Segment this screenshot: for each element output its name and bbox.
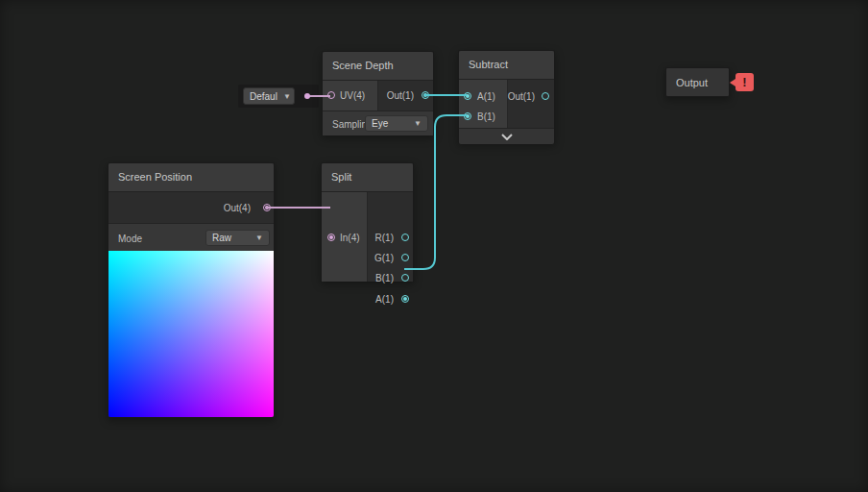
port-label-out: Out(4)	[224, 204, 251, 213]
port-out4[interactable]	[263, 204, 271, 211]
port-b1[interactable]	[464, 112, 471, 120]
uv-default-connector-dot	[304, 93, 310, 99]
mode-label: Mode	[118, 234, 142, 244]
screen-position-preview	[108, 251, 274, 417]
error-exclamation: !	[742, 75, 746, 89]
uv-default-dropdown[interactable]: Defaul ▼	[243, 87, 295, 105]
port-label-out: Out(1)	[387, 91, 414, 101]
port-out1[interactable]	[542, 92, 549, 100]
chevron-down-icon: ▼	[414, 119, 422, 128]
port-out1[interactable]	[422, 91, 429, 99]
node-title[interactable]: Subtract	[459, 51, 554, 80]
node-title[interactable]: Split	[322, 163, 413, 192]
port-uv4[interactable]	[327, 91, 335, 99]
port-label-b: B(1)	[477, 112, 495, 122]
port-r1[interactable]	[401, 234, 409, 241]
port-a1[interactable]	[464, 92, 471, 100]
port-label-g: G(1)	[374, 254, 394, 263]
port-b1[interactable]	[401, 274, 409, 282]
sampling-label: Samplin	[332, 119, 365, 130]
preview-expander[interactable]	[459, 128, 554, 144]
node-output[interactable]: Output	[665, 67, 730, 97]
port-label-in: In(4)	[340, 234, 360, 243]
node-scene-depth[interactable]: Scene Depth UV(4) Out(1) Samplin Eye ▼	[322, 51, 434, 135]
port-a1[interactable]	[401, 295, 409, 303]
shader-graph-canvas[interactable]: Defaul ▼ Scene Depth UV(4) Out(1) Sampli…	[0, 0, 868, 492]
port-in4[interactable]	[327, 234, 335, 241]
chevron-down-icon	[501, 134, 513, 140]
uv-default-value: Defaul	[250, 91, 277, 102]
chevron-down-icon: ▼	[283, 92, 291, 101]
node-screen-position[interactable]: Screen Position Out(4) Mode Raw ▼	[108, 162, 275, 418]
port-label-out: Out(1)	[508, 92, 535, 102]
node-title: Output	[676, 77, 708, 88]
chevron-down-icon: ▼	[255, 234, 263, 242]
port-g1[interactable]	[401, 254, 409, 261]
port-label-b: B(1)	[375, 274, 394, 283]
sampling-value: Eye	[372, 118, 388, 129]
mode-value: Raw	[212, 233, 231, 243]
port-label-r: R(1)	[375, 234, 394, 243]
sampling-dropdown[interactable]: Eye ▼	[365, 115, 428, 132]
node-title[interactable]: Scene Depth	[323, 52, 433, 81]
port-label-a: A(1)	[375, 295, 394, 305]
port-label-uv: UV(4)	[340, 91, 365, 101]
mode-dropdown[interactable]: Raw ▼	[205, 230, 270, 246]
node-title[interactable]: Screen Position	[108, 163, 274, 192]
node-split[interactable]: Split In(4) R(1) G(1) B(1) A(1)	[321, 162, 414, 282]
node-subtract[interactable]: Subtract A(1) B(1) Out(1)	[458, 50, 555, 143]
port-label-a: A(1)	[477, 92, 495, 102]
error-icon[interactable]: !	[735, 73, 754, 91]
